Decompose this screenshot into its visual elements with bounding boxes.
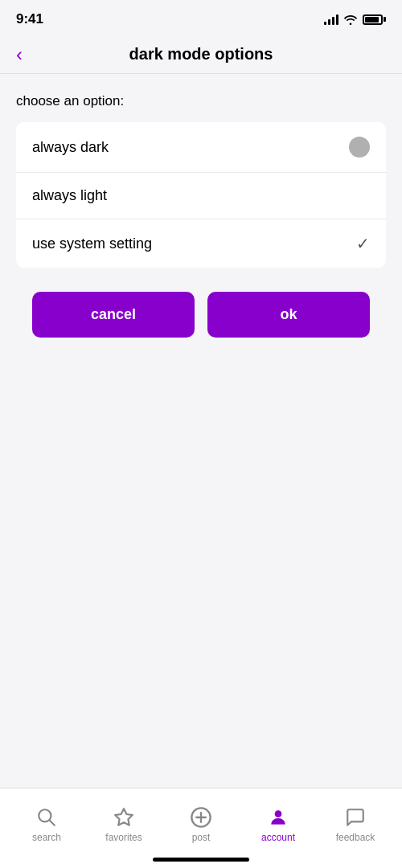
options-list: always dark always light use system sett… — [16, 122, 386, 268]
cancel-button[interactable]: cancel — [32, 292, 195, 338]
svg-point-6 — [275, 810, 282, 817]
tab-favorites[interactable]: favorites — [85, 798, 162, 843]
tab-post[interactable]: post — [162, 798, 240, 843]
buttons-row: cancel ok — [16, 268, 386, 362]
tab-feedback[interactable]: feedback — [317, 798, 394, 843]
ok-button[interactable]: ok — [207, 292, 370, 338]
tab-search-label: search — [32, 832, 61, 843]
svg-line-1 — [50, 820, 55, 825]
signal-icon — [324, 14, 338, 25]
tab-account-label: account — [261, 832, 295, 843]
status-icons — [324, 14, 386, 25]
tab-bar: search favorites post account — [0, 788, 402, 868]
option-always-light-label: always light — [32, 187, 107, 204]
status-time: 9:41 — [16, 11, 43, 27]
account-icon — [267, 806, 289, 829]
search-icon — [35, 806, 58, 829]
option-always-dark[interactable]: always dark — [16, 122, 386, 173]
tab-search[interactable]: search — [8, 798, 85, 843]
post-icon — [190, 806, 212, 829]
tab-post-label: post — [192, 832, 211, 843]
tab-account[interactable]: account — [240, 798, 317, 843]
header: ‹ dark mode options — [0, 35, 402, 74]
star-icon — [113, 806, 135, 829]
feedback-icon — [344, 806, 367, 829]
home-indicator — [153, 858, 249, 862]
option-always-dark-label: always dark — [32, 139, 109, 156]
svg-marker-2 — [115, 809, 133, 825]
choose-label: choose an option: — [16, 93, 386, 109]
status-bar: 9:41 — [0, 0, 402, 35]
option-use-system-check: ✓ — [356, 234, 370, 253]
tab-favorites-label: favorites — [105, 832, 142, 843]
tab-feedback-label: feedback — [336, 832, 375, 843]
option-use-system[interactable]: use system setting ✓ — [16, 219, 386, 268]
battery-icon — [363, 14, 386, 25]
back-button[interactable]: ‹ — [16, 45, 23, 64]
option-always-dark-radio — [349, 137, 370, 158]
page-title: dark mode options — [129, 45, 273, 63]
option-always-light[interactable]: always light — [16, 173, 386, 219]
option-use-system-label: use system setting — [32, 235, 152, 252]
main-content: choose an option: always dark always lig… — [0, 74, 402, 381]
wifi-icon — [343, 14, 358, 25]
